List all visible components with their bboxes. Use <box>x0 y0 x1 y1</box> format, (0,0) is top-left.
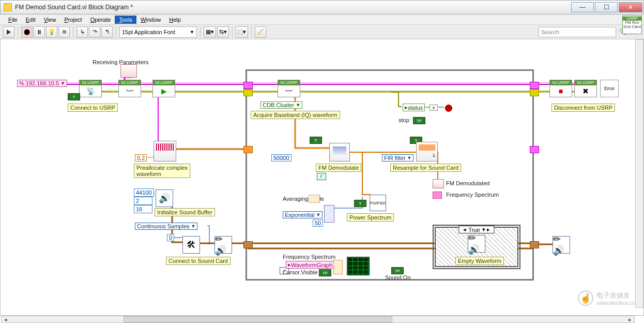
run-button[interactable] <box>3 26 14 38</box>
highlight-exec-button[interactable]: 💡 <box>46 26 57 38</box>
usrp-fetch[interactable]: NI-USRP 〰 <box>278 80 300 97</box>
abort-button[interactable]: ⬤ <box>21 26 33 38</box>
cdb-cluster-select[interactable]: CDB Cluster▼ <box>260 101 302 109</box>
fm-demod-terminal[interactable] <box>433 179 444 188</box>
search-placeholder: Search <box>541 29 559 35</box>
connect-usrp-label: Connect to USRP <box>68 104 118 112</box>
usrp-configure[interactable]: NI-USRP 〰 <box>118 80 141 97</box>
buf-val-2[interactable]: 16 <box>134 205 152 213</box>
buf-val-1[interactable]: 2 <box>134 197 152 205</box>
step-over-button[interactable]: ↷ <box>89 26 100 38</box>
step-out-button[interactable]: ↰ <box>101 26 113 38</box>
f-const[interactable]: F <box>317 173 326 180</box>
t-const-4[interactable]: T <box>354 200 366 207</box>
status-unbundle[interactable]: ▸status <box>403 104 425 111</box>
horizontal-scrollbar[interactable]: ◂ ▸ <box>1 316 635 323</box>
menu-project[interactable]: Project <box>60 16 86 24</box>
prealloc-const[interactable]: 0.2 <box>135 154 147 162</box>
freq-spec-terminal[interactable] <box>433 192 442 199</box>
sound-write-inside-case[interactable]: ✏🔊 <box>468 235 485 253</box>
or-node[interactable]: v <box>430 105 438 111</box>
buf-val-0[interactable]: 44100 <box>134 188 154 197</box>
usrp-abort[interactable]: NI-USRP ■ <box>549 80 572 97</box>
cursor-visible-tf[interactable]: TF <box>319 269 331 276</box>
fifty-k-const[interactable]: 50000 <box>271 154 292 162</box>
sound-write-node-1[interactable]: ✏🔊 <box>214 236 232 254</box>
prealloc-node[interactable] <box>154 141 176 162</box>
hscroll-left-arrow[interactable]: ◂ <box>2 316 10 322</box>
stop-control[interactable]: TF <box>413 117 425 124</box>
power-spectrum-label: Power Spectrum <box>347 213 394 222</box>
loop-tunnel-sound-out <box>530 241 539 248</box>
menu-window[interactable]: Window <box>136 16 165 24</box>
window-titlebar: FM Demod Sound Card.vi Block Diagram * —… <box>0 0 644 14</box>
loop-tunnel-error-out <box>530 89 539 96</box>
menu-help[interactable]: Help <box>165 16 185 24</box>
loop-tunnel-session-in <box>243 82 253 89</box>
cleanup-button[interactable]: 🧹 <box>255 26 266 38</box>
zero-const[interactable]: 0 <box>167 234 174 241</box>
minimize-button[interactable]: — <box>571 2 594 12</box>
vertical-scrollbar[interactable] <box>635 39 643 308</box>
waveform-graph-ref[interactable]: ▸WaveformGraph <box>286 261 334 269</box>
loop-tunnel-session-out <box>530 82 539 89</box>
bundle-node[interactable] <box>324 205 334 223</box>
app-icon <box>4 3 12 11</box>
menu-operate[interactable]: Operate <box>86 16 115 24</box>
fm-demod-label: FM Demodulate <box>316 164 361 172</box>
hscroll-thumb[interactable] <box>124 316 392 322</box>
continuous-samples-select[interactable]: Continuous Samples▼ <box>135 223 197 230</box>
fifty-const[interactable]: 50 <box>313 219 323 227</box>
menu-bar: File Edit View Project Operate Tools Win… <box>0 14 644 25</box>
connect-sound-label: Connect to Sound Card <box>166 257 231 265</box>
maximize-button[interactable]: ☐ <box>595 2 618 12</box>
ip-address-control[interactable]: % 192.168.10.5▼ <box>17 80 67 87</box>
step-into-button[interactable]: ↳ <box>76 26 88 38</box>
toolbar: ⬤ II 💡 ≋ ↳ ↷ ↰ 15pt Application Font ▼ ▦… <box>0 25 644 39</box>
avg-enum-icon[interactable] <box>309 195 320 203</box>
align-button[interactable]: ▦▾ <box>204 26 216 38</box>
pause-button[interactable]: II <box>34 26 45 38</box>
menu-tools[interactable]: Tools <box>115 16 136 24</box>
distribute-button[interactable]: ⇆▾ <box>217 26 229 38</box>
menu-edit[interactable]: Edit <box>22 16 40 24</box>
loop-shift-reg <box>530 146 539 153</box>
usrp-open-rx[interactable]: NI-USRP 📡 <box>79 80 102 97</box>
resample-node[interactable]: 1 <box>416 142 438 162</box>
t-const-1[interactable]: T <box>68 93 80 100</box>
vi-icon-tile[interactable]: USRP FM Rcv Snd Card <box>622 16 642 34</box>
sound-on-tf[interactable]: TF <box>391 267 404 274</box>
prealloc-label: Preallocate complex waveform <box>134 164 190 178</box>
receiving-parameters-cluster[interactable] <box>120 64 137 78</box>
menu-file[interactable]: File <box>4 16 22 24</box>
empty-waveform-label: Empty Waveform <box>455 257 504 265</box>
retain-wire-button[interactable]: ≋ <box>58 26 70 38</box>
exponential-select[interactable]: Exponential▼ <box>283 211 323 218</box>
loop-tunnel-wave-in <box>243 146 253 153</box>
window-title: FM Demod Sound Card.vi Block Diagram * <box>15 4 571 11</box>
waveform-graph-icon <box>347 257 370 275</box>
sound-config-node[interactable]: 🛠 <box>182 236 200 254</box>
t-const-2[interactable]: T <box>310 137 322 144</box>
freq-spec2-label: Frequency Spectrum <box>283 254 335 260</box>
error-handler[interactable]: Error <box>600 80 619 97</box>
font-selector[interactable]: 15pt Application Font ▼ <box>119 26 197 38</box>
freq-spec-term-label: Frequency Spectrum <box>446 192 499 198</box>
loop-stop-terminal[interactable] <box>445 105 452 112</box>
reorder-button[interactable]: ⬚▾ <box>236 26 248 38</box>
sound-clear-node[interactable]: ✏🔊 <box>553 236 570 254</box>
hscroll-right-arrow[interactable]: ▸ <box>626 316 634 322</box>
usrp-close[interactable]: NI-USRP ✖ <box>574 80 597 97</box>
menu-view[interactable]: View <box>40 16 60 24</box>
property-node[interactable] <box>333 260 343 274</box>
cursor-visible-label: Cursor.Visible <box>283 269 318 275</box>
close-button[interactable]: ✕ <box>619 2 642 12</box>
power-spectrum-node[interactable]: PS/PSD <box>370 195 386 211</box>
usrp-initiate[interactable]: NI-USRP ▶ <box>152 80 175 97</box>
block-diagram-canvas[interactable]: % 192.168.10.5▼ Receiving Parameters NI-… <box>0 39 644 316</box>
fir-filter-select[interactable]: FIR filter▼ <box>382 154 413 162</box>
fm-demod-node[interactable] <box>329 143 350 162</box>
sound-buffer-node[interactable]: 🔊 <box>156 189 173 207</box>
resample-label: Resample for Sound Card <box>390 164 461 172</box>
search-box[interactable]: Search <box>539 27 616 37</box>
